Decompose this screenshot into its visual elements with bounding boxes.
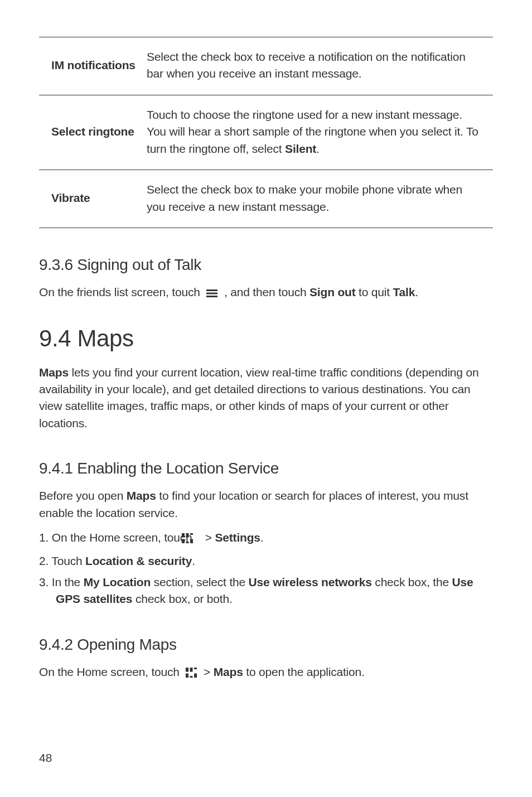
svg-rect-9 <box>186 668 188 672</box>
maps-intro-paragraph: Maps lets you find your current location… <box>39 364 493 432</box>
svg-rect-8 <box>190 539 193 544</box>
setting-label-im-notifications: IM notifications <box>39 37 143 95</box>
svg-rect-11 <box>194 668 197 669</box>
setting-desc-select-ringtone: Touch to choose the ringtone used for a … <box>143 95 493 170</box>
opening-maps-paragraph: On the Home screen, touch > Maps to open… <box>39 664 493 682</box>
svg-rect-1 <box>206 293 217 294</box>
enable-location-paragraph: Before you open Maps to find your locati… <box>39 487 493 521</box>
svg-rect-2 <box>206 296 217 297</box>
list-item: 1. On the Home screen, touch > Settings. <box>39 529 493 548</box>
list-item: 2. Touch Location & security. <box>39 553 493 569</box>
svg-rect-14 <box>194 673 197 678</box>
setting-label-vibrate: Vibrate <box>39 170 143 228</box>
heading-opening-maps: 9.4.2 Opening Maps <box>39 636 493 654</box>
svg-rect-3 <box>182 533 185 538</box>
table-row: Vibrate Select the check box to make you… <box>39 170 493 228</box>
list-item: 3. In the My Location section, select th… <box>39 574 493 608</box>
menu-icon <box>206 286 217 302</box>
svg-rect-10 <box>190 668 193 672</box>
svg-rect-12 <box>186 673 188 678</box>
svg-rect-6 <box>182 539 185 544</box>
setting-label-select-ringtone: Select ringtone <box>39 95 143 170</box>
table-row: IM notifications Select the check box to… <box>39 37 493 95</box>
page-number: 48 <box>39 751 52 765</box>
svg-rect-0 <box>206 289 217 291</box>
heading-signing-out-of-talk: 9.3.6 Signing out of Talk <box>39 256 493 274</box>
svg-rect-4 <box>186 533 189 538</box>
svg-rect-5 <box>190 533 193 535</box>
table-row: Select ringtone Touch to choose the ring… <box>39 95 493 170</box>
talk-settings-table: IM notifications Select the check box to… <box>39 37 493 228</box>
enable-location-steps: 1. On the Home screen, touch > Settings.… <box>39 529 493 608</box>
signing-out-paragraph: On the friends list screen, touch , and … <box>39 284 493 302</box>
svg-rect-13 <box>190 676 193 678</box>
heading-enabling-location-service: 9.4.1 Enabling the Location Service <box>39 460 493 477</box>
svg-rect-7 <box>186 542 189 543</box>
setting-desc-im-notifications: Select the check box to receive a notifi… <box>143 37 493 95</box>
setting-desc-vibrate: Select the check box to make your mobile… <box>143 170 493 228</box>
heading-maps: 9.4 Maps <box>39 325 493 352</box>
apps-grid-icon <box>186 665 197 682</box>
